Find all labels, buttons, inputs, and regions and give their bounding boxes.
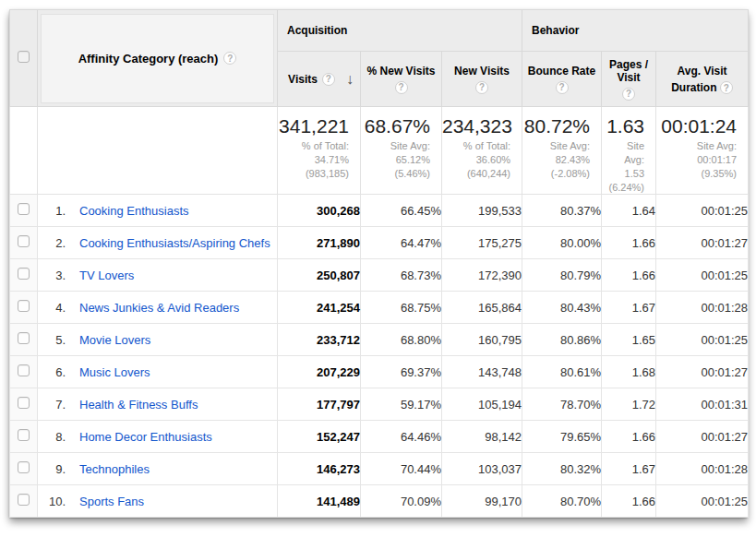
category-link[interactable]: Technophiles xyxy=(79,462,150,476)
column-header-bounce-rate[interactable]: Bounce Rate ? xyxy=(522,52,602,107)
category-cell: 2.Cooking Enthusiasts/Aspiring Chefs xyxy=(38,227,278,259)
help-icon[interactable]: ? xyxy=(720,81,733,94)
row-checkbox-cell xyxy=(10,388,38,421)
row-checkbox[interactable] xyxy=(18,300,30,312)
table-row: 5.Movie Lovers 233,712 68.80% 160,795 80… xyxy=(10,324,749,356)
category-link[interactable]: Cooking Enthusiasts xyxy=(79,204,189,218)
bounce-rate-cell: 80.79% xyxy=(522,259,602,292)
help-icon[interactable]: ? xyxy=(622,88,635,101)
pages-per-visit-cell: 1.72 xyxy=(602,388,656,421)
row-checkbox[interactable] xyxy=(18,235,30,247)
table-row: 3.TV Lovers 250,807 68.73% 172,390 80.79… xyxy=(10,259,749,292)
new-visits-cell: 98,142 xyxy=(442,421,522,453)
row-checkbox[interactable] xyxy=(18,461,30,473)
table-body: 341,221 % of Total: 34.71% (983,185) 68.… xyxy=(10,107,749,518)
row-checkbox[interactable] xyxy=(18,268,30,280)
row-checkbox-cell xyxy=(10,227,38,259)
summary-bounce-rate: 80.72% Site Avg: 82.43% (-2.08%) xyxy=(522,107,602,195)
avg-visit-duration-cell: 00:01:25 xyxy=(656,259,749,292)
pct-new-visits-cell: 64.46% xyxy=(361,421,442,453)
category-cell: 3.TV Lovers xyxy=(38,259,278,292)
new-visits-cell: 165,864 xyxy=(442,292,522,324)
column-label: % New Visits xyxy=(367,65,436,78)
row-rank: 8. xyxy=(38,430,66,444)
summary-new-visits: 234,323 % of Total: 36.60% (640,244) xyxy=(442,107,522,195)
column-header-pages-per-visit[interactable]: Pages / Visit ? xyxy=(602,52,656,107)
dimension-header: Affinity Category (reach) ? xyxy=(38,10,278,107)
group-label: Acquisition xyxy=(287,24,347,37)
new-visits-cell: 172,390 xyxy=(442,259,522,292)
row-rank: 4. xyxy=(38,301,66,315)
row-rank: 3. xyxy=(38,268,66,282)
row-checkbox[interactable] xyxy=(18,203,30,215)
row-checkbox[interactable] xyxy=(18,494,30,506)
category-link[interactable]: Movie Lovers xyxy=(79,333,150,347)
summary-subtext: Site Avg: 00:01:17 (9.35%) xyxy=(656,139,737,181)
help-icon[interactable]: ? xyxy=(322,73,335,86)
help-icon[interactable]: ? xyxy=(395,81,408,94)
category-link[interactable]: Home Decor Enthusiasts xyxy=(79,430,212,444)
table-row: 2.Cooking Enthusiasts/Aspiring Chefs 271… xyxy=(10,227,749,259)
visits-cell: 152,247 xyxy=(278,421,361,453)
avg-visit-duration-cell: 00:01:28 xyxy=(656,453,749,485)
category-cell: 6.Music Lovers xyxy=(38,356,278,388)
category-link[interactable]: Health & Fitness Buffs xyxy=(79,398,198,412)
new-visits-cell: 143,748 xyxy=(442,356,522,388)
summary-pct-new-visits: 68.67% Site Avg: 65.12% (5.46%) xyxy=(361,107,442,195)
category-link[interactable]: TV Lovers xyxy=(79,268,134,282)
category-link[interactable]: Music Lovers xyxy=(79,365,150,379)
pages-per-visit-cell: 1.66 xyxy=(602,259,656,292)
sort-descending-icon[interactable]: ↓ xyxy=(346,71,354,88)
bounce-rate-cell: 80.43% xyxy=(522,292,602,324)
category-cell: 8.Home Decor Enthusiasts xyxy=(38,421,278,453)
category-link[interactable]: Cooking Enthusiasts/Aspiring Chefs xyxy=(79,236,270,250)
avg-visit-duration-cell: 00:01:27 xyxy=(656,421,749,453)
column-label: Visits xyxy=(288,73,318,86)
column-header-pct-new-visits[interactable]: % New Visits ? xyxy=(361,52,442,107)
visits-cell: 177,797 xyxy=(278,388,361,421)
row-rank: 7. xyxy=(38,398,66,412)
table-row: 8.Home Decor Enthusiasts 152,247 64.46% … xyxy=(10,421,749,453)
summary-value: 1.63 xyxy=(602,115,644,137)
column-header-visits[interactable]: Visits ? ↓ xyxy=(278,52,361,107)
avg-visit-duration-cell: 00:01:28 xyxy=(656,292,749,324)
summary-subtext: % of Total: 36.60% (640,244) xyxy=(442,139,510,181)
bounce-rate-cell: 80.61% xyxy=(522,356,602,388)
row-checkbox[interactable] xyxy=(18,364,30,376)
pct-new-visits-cell: 70.44% xyxy=(361,453,442,485)
summary-value: 68.67% xyxy=(361,115,430,137)
visits-cell: 207,229 xyxy=(278,356,361,388)
row-checkbox[interactable] xyxy=(18,429,30,441)
table-row: 10.Sports Fans 141,489 70.09% 99,170 80.… xyxy=(10,485,749,518)
row-checkbox-cell xyxy=(10,259,38,292)
category-link[interactable]: News Junkies & Avid Readers xyxy=(79,301,239,315)
avg-visit-duration-cell: 00:01:27 xyxy=(656,356,749,388)
row-checkbox-cell xyxy=(10,356,38,388)
help-icon[interactable]: ? xyxy=(556,81,569,94)
summary-avg-visit-duration: 00:01:24 Site Avg: 00:01:17 (9.35%) xyxy=(656,107,749,195)
category-link[interactable]: Sports Fans xyxy=(79,495,144,508)
row-checkbox-cell xyxy=(10,195,38,227)
column-header-avg-visit-duration[interactable]: Avg. Visit Duration ? xyxy=(656,52,749,107)
new-visits-cell: 103,037 xyxy=(442,453,522,485)
row-checkbox[interactable] xyxy=(18,397,30,409)
summary-subtext: Site Avg: 65.12% (5.46%) xyxy=(361,139,430,181)
column-header-new-visits[interactable]: New Visits ? xyxy=(442,52,522,107)
table-row: 7.Health & Fitness Buffs 177,797 59.17% … xyxy=(10,388,749,421)
summary-value: 341,221 xyxy=(278,115,349,137)
help-icon[interactable]: ? xyxy=(475,81,488,94)
bounce-rate-cell: 80.86% xyxy=(522,324,602,356)
pages-per-visit-cell: 1.68 xyxy=(602,356,656,388)
row-checkbox[interactable] xyxy=(18,332,30,344)
avg-visit-duration-cell: 00:01:25 xyxy=(656,324,749,356)
column-label: Avg. Visit Duration xyxy=(671,65,726,94)
category-cell: 9.Technophiles xyxy=(38,453,278,485)
summary-value: 80.72% xyxy=(522,115,590,137)
select-all-checkbox[interactable] xyxy=(18,51,30,63)
avg-visit-duration-cell: 00:01:31 xyxy=(656,388,749,421)
help-icon[interactable]: ? xyxy=(223,52,236,65)
visits-cell: 300,268 xyxy=(278,195,361,227)
summary-pages-per-visit: 1.63 Site Avg: 1.53 (6.24%) xyxy=(602,107,656,195)
dimension-header-box[interactable]: Affinity Category (reach) ? xyxy=(41,14,274,103)
category-cell: 4.News Junkies & Avid Readers xyxy=(38,292,278,324)
